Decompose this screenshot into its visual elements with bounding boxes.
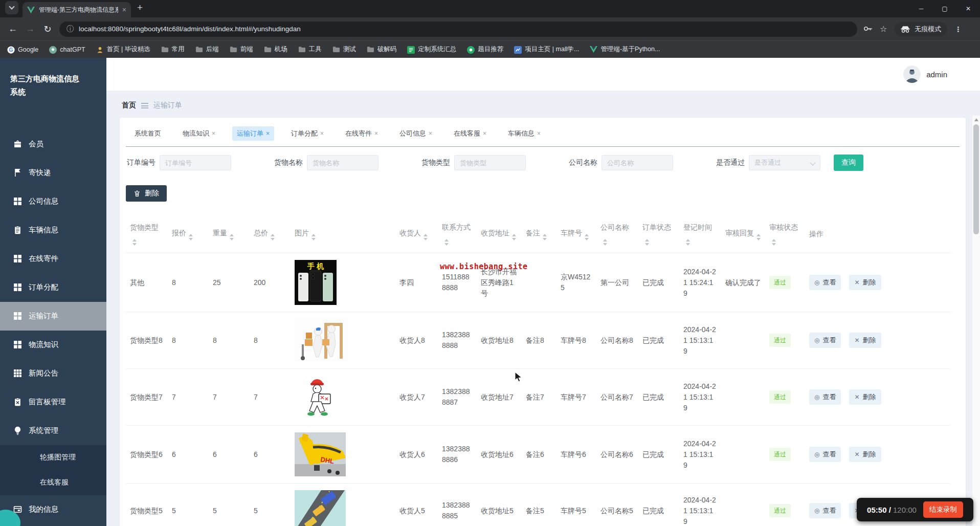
stop-recording-button[interactable]: 结束录制 bbox=[923, 501, 963, 518]
scrollbar-thumb[interactable] bbox=[973, 124, 979, 234]
bookmark-item[interactable]: 题目推荐 bbox=[467, 45, 503, 54]
bookmark-item[interactable]: 管理端-基于Python... bbox=[590, 45, 660, 54]
view-button[interactable]: ◎查看 bbox=[809, 389, 841, 405]
page-tab-在线客服[interactable]: 在线客服× bbox=[449, 126, 491, 141]
bookmark-item[interactable]: 破解码 bbox=[367, 45, 397, 54]
sidebar-item-寄快递[interactable]: 寄快递 bbox=[0, 159, 106, 187]
sidebar-item-会员[interactable]: 会员 bbox=[0, 130, 106, 159]
breadcrumb-home[interactable]: 首页 bbox=[122, 101, 136, 110]
view-button[interactable]: ◎查看 bbox=[809, 333, 841, 348]
column-header-车牌号[interactable]: 车牌号 bbox=[556, 215, 596, 253]
back-button[interactable]: ← bbox=[4, 20, 21, 38]
sidebar-item-运输订单[interactable]: 运输订单 bbox=[0, 302, 106, 331]
delete-row-button[interactable]: ✕删除 bbox=[849, 447, 881, 462]
bookmark-item[interactable]: 测试 bbox=[332, 45, 356, 54]
sort-caret-icon[interactable] bbox=[189, 234, 193, 240]
page-tab-系统首页[interactable]: 系统首页 bbox=[130, 126, 166, 141]
sidebar-item-订单分配[interactable]: 订单分配 bbox=[0, 273, 106, 302]
bookmark-item[interactable]: 机场 bbox=[264, 45, 287, 54]
bookmark-item[interactable]: 前端 bbox=[230, 45, 253, 54]
sidebar-item-新闻公告[interactable]: 新闻公告 bbox=[0, 359, 106, 388]
filter-input-货物名称[interactable] bbox=[307, 155, 378, 170]
page-tab-close-icon[interactable]: × bbox=[483, 130, 486, 137]
sort-caret-icon[interactable] bbox=[543, 234, 547, 240]
column-header-货物类型[interactable]: 货物类型 bbox=[126, 215, 168, 253]
menu-kebab-icon[interactable]: ⋮ bbox=[954, 25, 962, 33]
column-header-收货人[interactable]: 收货人 bbox=[395, 215, 438, 253]
sidebar-item-留言板管理[interactable]: 留言板管理 bbox=[0, 388, 106, 417]
column-header-登记时间[interactable]: 登记时间 bbox=[679, 215, 721, 253]
sort-caret-icon[interactable] bbox=[512, 234, 516, 240]
address-bar[interactable]: ⓘ localhost:8080/springbootyt4tc68l/admi… bbox=[59, 21, 857, 37]
sidebar-item-在线寄件[interactable]: 在线寄件 bbox=[0, 245, 106, 273]
page-tab-运输订单[interactable]: 运输订单× bbox=[232, 126, 274, 141]
filter-input-货物类型[interactable] bbox=[454, 155, 526, 170]
forward-button[interactable]: → bbox=[21, 20, 39, 38]
sort-caret-icon[interactable] bbox=[756, 234, 761, 240]
page-tab-车辆信息[interactable]: 车辆信息× bbox=[503, 126, 545, 141]
new-tab-button[interactable]: + bbox=[137, 2, 143, 13]
page-tab-公司信息[interactable]: 公司信息× bbox=[395, 126, 437, 141]
site-info-icon[interactable]: ⓘ bbox=[66, 25, 74, 34]
view-button[interactable]: ◎查看 bbox=[809, 503, 841, 518]
sort-caret-icon[interactable] bbox=[686, 239, 690, 246]
column-header-审核状态[interactable]: 审核状态 bbox=[765, 215, 805, 253]
bookmark-item[interactable]: 定制系统汇总 bbox=[407, 45, 456, 54]
bookmark-item[interactable]: 工具 bbox=[298, 45, 322, 54]
view-button[interactable]: ◎查看 bbox=[809, 447, 841, 462]
bookmark-star-icon[interactable]: ☆ bbox=[880, 24, 887, 34]
page-tab-close-icon[interactable]: × bbox=[429, 130, 432, 137]
page-tab-在线寄件[interactable]: 在线寄件× bbox=[341, 126, 383, 141]
column-header-报价[interactable]: 报价 bbox=[168, 215, 209, 253]
sort-caret-icon[interactable] bbox=[311, 234, 316, 240]
filter-input-公司名称[interactable] bbox=[602, 155, 673, 170]
sort-caret-icon[interactable] bbox=[772, 239, 776, 246]
sidebar-item-车辆信息[interactable]: 车辆信息 bbox=[0, 216, 106, 245]
filter-select-是否通过[interactable]: 是否通过 bbox=[749, 155, 820, 170]
bookmark-item[interactable]: 项目主页 | mall学... bbox=[514, 45, 579, 54]
search-button[interactable]: 查询 bbox=[834, 155, 863, 171]
sort-caret-icon[interactable] bbox=[603, 239, 607, 246]
sort-caret-icon[interactable] bbox=[585, 234, 589, 240]
page-tab-物流知识[interactable]: 物流知识× bbox=[178, 126, 220, 141]
bookmark-item[interactable]: GGoogle bbox=[7, 46, 38, 53]
sort-caret-icon[interactable] bbox=[271, 234, 275, 240]
page-tab-close-icon[interactable]: × bbox=[374, 130, 378, 137]
sidebar-item-物流知识[interactable]: 物流知识 bbox=[0, 331, 106, 359]
page-scrollbar[interactable] bbox=[972, 116, 980, 526]
batch-delete-button[interactable]: 删除 bbox=[126, 185, 167, 202]
sort-caret-icon[interactable] bbox=[444, 239, 449, 246]
column-header-订单状态[interactable]: 订单状态 bbox=[638, 215, 679, 253]
sort-caret-icon[interactable] bbox=[424, 234, 428, 240]
column-header-审核回复[interactable]: 审核回复 bbox=[721, 215, 765, 253]
column-header-公司名称[interactable]: 公司名称 bbox=[596, 215, 638, 253]
sidebar-item-系统管理[interactable]: 系统管理 bbox=[0, 417, 106, 445]
filter-input-订单编号[interactable] bbox=[160, 155, 231, 170]
minimize-button[interactable]: ─ bbox=[909, 0, 933, 17]
sort-caret-icon[interactable] bbox=[645, 239, 649, 246]
column-header-收货地址[interactable]: 收货地址 bbox=[477, 215, 522, 253]
bookmark-item[interactable]: chatGPT bbox=[49, 46, 85, 53]
sidebar-item-公司信息[interactable]: 公司信息 bbox=[0, 187, 106, 216]
column-header-总价[interactable]: 总价 bbox=[250, 215, 291, 253]
delete-row-button[interactable]: ✕删除 bbox=[849, 275, 881, 290]
bookmark-item[interactable]: 常用 bbox=[161, 45, 185, 54]
page-tab-close-icon[interactable]: × bbox=[266, 130, 270, 137]
close-button[interactable]: ✕ bbox=[956, 0, 980, 17]
sort-caret-icon[interactable] bbox=[230, 234, 234, 240]
delete-row-button[interactable]: ✕删除 bbox=[849, 333, 881, 348]
bookmark-item[interactable]: 首页 | 毕设精选 bbox=[96, 45, 150, 54]
key-icon[interactable] bbox=[863, 26, 873, 32]
bookmark-item[interactable]: 后端 bbox=[195, 45, 219, 54]
tab-search-button[interactable] bbox=[5, 1, 18, 14]
browser-tab[interactable]: 管理端-第三方电商物流信息系 × bbox=[23, 2, 131, 17]
delete-row-button[interactable]: ✕删除 bbox=[849, 389, 881, 405]
reload-button[interactable]: ↻ bbox=[39, 20, 56, 38]
page-tab-close-icon[interactable]: × bbox=[320, 130, 324, 137]
column-header-备注[interactable]: 备注 bbox=[522, 215, 556, 253]
maximize-button[interactable]: ▢ bbox=[933, 0, 956, 17]
scroll-up-icon[interactable] bbox=[974, 118, 978, 121]
page-tab-订单分配[interactable]: 订单分配× bbox=[286, 126, 328, 141]
page-tab-close-icon[interactable]: × bbox=[212, 130, 215, 137]
view-button[interactable]: ◎查看 bbox=[809, 275, 841, 290]
